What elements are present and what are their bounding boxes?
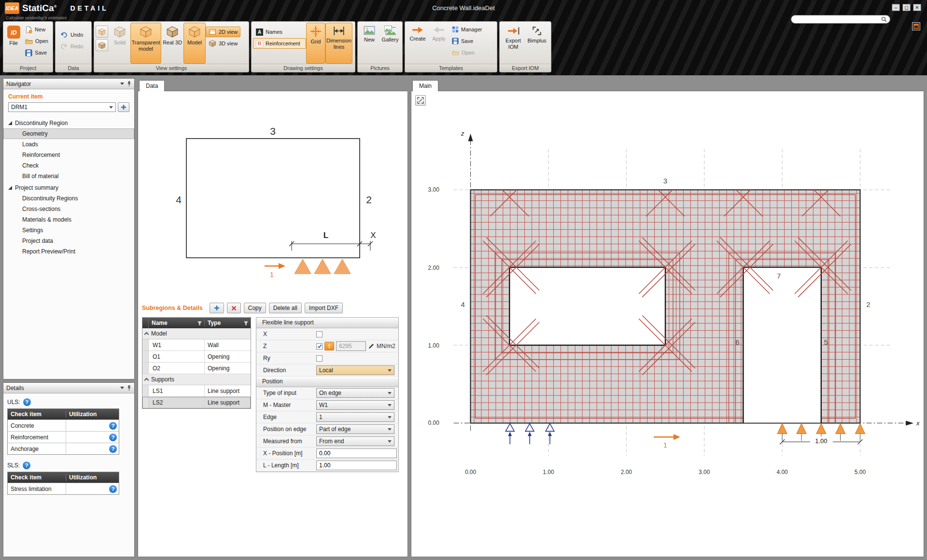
maximize-button[interactable]: ◻	[902, 4, 911, 11]
new-button[interactable]: New	[22, 24, 51, 35]
minimize-button[interactable]: –	[892, 4, 900, 11]
delete-x-icon	[231, 306, 237, 311]
save-button[interactable]: Save	[22, 47, 51, 58]
table-row-o2[interactable]: O2 Opening	[142, 363, 251, 374]
details-title: Details	[6, 385, 24, 392]
row-help-icon[interactable]: ?	[109, 485, 117, 493]
table-row-ls2[interactable]: LS2 Line support	[142, 397, 251, 408]
position-on-edge-select[interactable]: Part of edge	[316, 424, 394, 434]
tree-item-settings[interactable]: Settings	[3, 225, 134, 236]
opening-o2[interactable]	[743, 267, 821, 423]
delete-all-button[interactable]: Delete all	[269, 303, 302, 313]
filter-icon[interactable]	[243, 321, 249, 326]
dimension-lines-button[interactable]: Dimension lines	[325, 23, 352, 64]
stiffness-toggle-icon[interactable]: ⇧	[324, 342, 334, 350]
current-item-select[interactable]: DRM1	[8, 102, 116, 112]
tab-data[interactable]: Data	[139, 80, 165, 91]
tree-item-report-preview-print[interactable]: Report Preview/Print	[3, 246, 134, 257]
add-item-button[interactable]	[118, 102, 129, 112]
tree-group-project-summary[interactable]: Project summary	[3, 182, 134, 193]
svg-text:2.00: 2.00	[428, 265, 440, 271]
uls-help-icon[interactable]: ?	[23, 398, 31, 406]
ribbon-group-pictures: New Gallery Pictures	[357, 21, 403, 72]
ry-checkbox[interactable]	[316, 355, 323, 362]
view-2d-button[interactable]: 2D view	[206, 27, 240, 37]
export-iom-button[interactable]: Export IOM	[501, 23, 525, 64]
template-apply-button[interactable]: Apply	[429, 23, 449, 64]
view-3d-button[interactable]: 3D view	[206, 38, 240, 49]
tree-item-discontinuity-regions[interactable]: Discontinuity Regions	[3, 193, 134, 204]
template-open-button[interactable]: Open	[449, 47, 485, 58]
table-row-anchorage: Anchorage ?	[8, 443, 119, 454]
filter-icon[interactable]	[197, 321, 202, 326]
navigator-pin-button[interactable]	[127, 81, 131, 87]
row-help-icon[interactable]: ?	[109, 445, 117, 453]
x-checkbox[interactable]	[316, 331, 323, 337]
tree-item-cross-sections[interactable]: Cross-sections	[3, 204, 134, 214]
tree-item-bill-of-material[interactable]: Bill of material	[3, 171, 134, 182]
details-pin-button[interactable]	[127, 385, 131, 391]
template-save-button[interactable]: Save	[449, 36, 485, 46]
master-select[interactable]: W1	[316, 400, 394, 410]
file-button[interactable]: ID File	[5, 23, 22, 64]
real-3d-button[interactable]: Real 3D	[161, 23, 183, 64]
sls-help-icon[interactable]: ?	[23, 462, 30, 469]
fit-view-button[interactable]	[415, 95, 426, 106]
subregion-add-button[interactable]	[210, 303, 224, 313]
view-preset-bottom-button[interactable]	[96, 39, 108, 51]
model-button[interactable]: Model	[183, 23, 206, 64]
redo-button[interactable]: Redo	[57, 41, 86, 52]
layout-toggle-button[interactable]	[912, 22, 920, 30]
template-create-button[interactable]: Create	[407, 23, 429, 64]
import-dxf-button[interactable]: Import DXF	[305, 303, 343, 313]
table-row-ls1[interactable]: LS1 Line support	[142, 385, 251, 397]
subregion-delete-button[interactable]	[227, 303, 241, 313]
template-manager-button[interactable]: Manager	[449, 24, 485, 35]
bimplus-button[interactable]: Bimplus	[525, 23, 548, 64]
open-button[interactable]: Open	[22, 36, 51, 46]
group-row-model[interactable]: Model	[142, 328, 251, 339]
tree-group-discontinuity-region[interactable]: Discontinuity Region	[3, 118, 134, 128]
reinforcement-button[interactable]: R Reinforcement	[253, 38, 306, 49]
line-support-ls2[interactable]	[777, 423, 865, 434]
x-position-input[interactable]	[316, 448, 397, 458]
search-box[interactable]	[791, 15, 890, 24]
tree-item-loads[interactable]: Loads	[3, 139, 134, 150]
picture-new-button[interactable]: New	[359, 23, 379, 64]
tab-main[interactable]: Main	[412, 80, 438, 91]
details-menu-button[interactable]	[120, 385, 124, 391]
tree-item-project-data[interactable]: Project data	[3, 236, 134, 246]
row-help-icon[interactable]: ?	[109, 422, 117, 430]
transparent-model-button[interactable]: Transparent model	[130, 23, 161, 64]
search-input[interactable]	[791, 16, 881, 22]
undo-button[interactable]: Undo	[57, 29, 86, 40]
tree-item-reinforcement[interactable]: Reinforcement	[3, 150, 134, 160]
close-button[interactable]: ✕	[913, 4, 921, 11]
view-preset-top-button[interactable]	[96, 26, 108, 38]
copy-button[interactable]: Copy	[244, 303, 266, 313]
gallery-button[interactable]: Gallery	[379, 23, 401, 64]
edge-select[interactable]: 1	[316, 412, 394, 422]
table-row-w1[interactable]: W1 Wall	[142, 339, 251, 351]
tree-item-geometry[interactable]: Geometry	[3, 128, 134, 139]
group-row-supports[interactable]: Supports	[142, 374, 251, 385]
z-stiffness-input[interactable]	[336, 341, 366, 351]
grid-button[interactable]: Grid	[306, 23, 325, 64]
navigator-menu-button[interactable]	[120, 81, 124, 87]
z-checkbox[interactable]	[316, 343, 323, 350]
solid-button[interactable]: Solid	[109, 23, 130, 64]
tree-item-check[interactable]: Check	[3, 160, 134, 171]
table-row-o1[interactable]: O1 Opening	[142, 351, 251, 363]
prop-row-direction: Direction Local	[256, 364, 398, 377]
direction-select[interactable]: Local	[316, 365, 394, 375]
navigator-header: Navigator	[3, 79, 134, 89]
tree-item-materials-models[interactable]: Materials & models	[3, 214, 134, 225]
measured-from-select[interactable]: From end	[316, 436, 394, 446]
edit-pen-icon[interactable]	[368, 343, 375, 350]
l-length-input[interactable]	[316, 461, 397, 470]
row-help-icon[interactable]: ?	[109, 434, 117, 441]
model-view[interactable]: z x 3.00 2.00 1.00 0.00 0.00 1.00 2.00 3…	[411, 91, 924, 557]
names-button[interactable]: A Names	[253, 27, 306, 37]
opening-o1[interactable]	[509, 267, 665, 345]
type-of-input-select[interactable]: On edge	[316, 388, 394, 398]
